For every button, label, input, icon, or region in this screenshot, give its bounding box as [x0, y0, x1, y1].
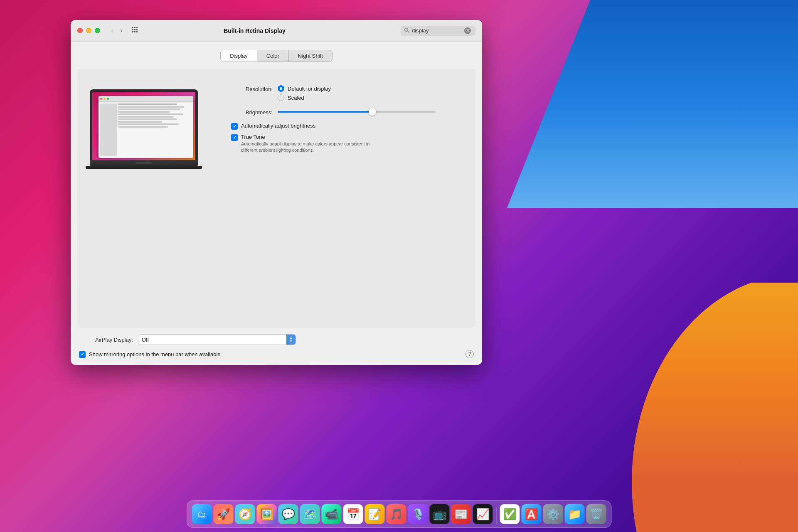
laptop-line [118, 123, 178, 125]
airplay-arrow-down: ▼ [289, 340, 293, 343]
airplay-label: AirPlay Display: [79, 337, 133, 343]
auto-brightness-label: Automatically adjust brightness [241, 123, 315, 129]
mirror-row: Show mirroring options in the menu bar w… [79, 350, 474, 358]
slider-fill [278, 111, 372, 113]
dock-icon-music[interactable]: 🎵 [387, 504, 406, 524]
dock-icon-trash[interactable]: 🗑️ [586, 504, 606, 524]
slider-thumb[interactable] [369, 108, 376, 116]
true-tone-checkbox[interactable] [231, 134, 238, 141]
laptop-line [118, 118, 177, 120]
mirror-checkbox[interactable] [79, 351, 86, 358]
svg-line-10 [408, 31, 409, 32]
laptop-line [118, 126, 168, 128]
brightness-label: Brightness: [231, 108, 273, 116]
dock-separator [496, 507, 497, 524]
laptop-line [118, 106, 184, 108]
svg-text:🗂: 🗂 [197, 509, 207, 520]
tab-color[interactable]: Color [257, 50, 289, 62]
resolution-row: Resolution: Default for display Scaled [231, 85, 463, 101]
resolution-scaled-option[interactable]: Scaled [278, 94, 331, 101]
dock-icon-launchpad[interactable]: 🚀 [214, 504, 234, 524]
minimize-button[interactable] [86, 28, 91, 33]
airplay-arrows: ▲ ▼ [286, 335, 296, 345]
true-tone-label: True Tone [241, 134, 374, 140]
laptop-dot-max [107, 98, 109, 100]
true-tone-desc: Automatically adapt display to make colo… [241, 141, 374, 154]
airplay-value: Off [142, 337, 149, 343]
laptop-line [118, 113, 183, 115]
mirror-label: Show mirroring options in the menu bar w… [89, 351, 221, 357]
help-button[interactable]: ? [466, 350, 474, 358]
dock-icon-stocks[interactable]: 📈 [473, 504, 493, 524]
dock-icon-reminders[interactable]: ✅ [500, 504, 520, 524]
dock-icon-files[interactable]: 📁 [565, 504, 585, 524]
dock: 🗂 🚀 🧭 🖼️ 💬 🗺️ 📹 📅 📝 🎵 🎙️ 📺 📰 📈 ✅ 🅰️ ⚙️ 📁… [187, 500, 612, 528]
brightness-slider[interactable] [278, 108, 436, 116]
search-box[interactable]: ✕ [401, 26, 475, 36]
laptop-base [90, 160, 198, 166]
title-bar: ‹ › Built-in Retina Display [71, 20, 482, 42]
dock-icon-news[interactable]: 📰 [451, 504, 471, 524]
content-area: Display Color Night Shift [71, 42, 482, 365]
auto-brightness-row: Automatically adjust brightness [231, 123, 463, 130]
brightness-row: Brightness: [231, 108, 463, 116]
search-clear-button[interactable]: ✕ [464, 27, 471, 34]
resolution-default-label: Default for display [288, 86, 331, 92]
true-tone-text: True Tone Automatically adapt display to… [241, 134, 374, 154]
bottom-area: AirPlay Display: Off ▲ ▼ Show mirroring … [71, 328, 482, 365]
dock-icon-photos[interactable]: 🖼️ [257, 504, 277, 524]
resolution-scaled-label: Scaled [288, 95, 304, 101]
search-icon [404, 27, 409, 34]
resolution-controls: Default for display Scaled [278, 85, 331, 101]
settings-panel: Resolution: Default for display Scaled [231, 81, 463, 158]
dock-icon-appletv[interactable]: 📺 [430, 504, 450, 524]
maximize-button[interactable] [95, 28, 100, 33]
close-button[interactable] [77, 28, 83, 33]
laptop-stand [86, 166, 202, 169]
laptop-dot-close [100, 98, 102, 100]
laptop-line [118, 116, 173, 118]
laptop-inner-main [118, 103, 192, 156]
laptop-screen [90, 89, 198, 160]
laptop-inner-content [99, 102, 193, 158]
laptop-line [118, 111, 170, 113]
laptop-line [118, 108, 180, 110]
airplay-arrow-up: ▲ [289, 336, 293, 340]
auto-brightness-checkbox[interactable] [231, 123, 238, 130]
resolution-label: Resolution: [231, 85, 273, 92]
preferences-window: ‹ › Built-in Retina Display [71, 20, 482, 365]
search-input[interactable] [412, 27, 462, 34]
resolution-default-radio[interactable] [278, 85, 284, 92]
laptop-line [118, 103, 177, 105]
tab-night-shift[interactable]: Night Shift [289, 50, 332, 62]
main-panel: Resolution: Default for display Scaled [77, 69, 475, 328]
resolution-scaled-radio[interactable] [278, 94, 284, 101]
laptop-inner-window [99, 96, 193, 158]
laptop-dot-min [103, 98, 106, 100]
laptop-line [118, 121, 162, 123]
dock-icon-calendar[interactable]: 📅 [343, 504, 363, 524]
window-title: Built-in Retina Display [108, 27, 401, 34]
dock-icon-systemprefs[interactable]: ⚙️ [543, 504, 563, 524]
laptop-illustration [90, 89, 206, 169]
dock-icon-finder[interactable]: 🗂 [192, 504, 212, 524]
dock-icon-notes[interactable]: 📝 [365, 504, 385, 524]
laptop-screen-bg [92, 92, 195, 160]
svg-point-9 [405, 28, 408, 31]
tab-display[interactable]: Display [220, 50, 257, 62]
dock-icon-facetime[interactable]: 📹 [322, 504, 342, 524]
true-tone-row: True Tone Automatically adapt display to… [231, 134, 463, 154]
dock-icon-maps[interactable]: 🗺️ [300, 504, 320, 524]
dock-icon-safari[interactable]: 🧭 [235, 504, 255, 524]
laptop-inner-titlebar [99, 96, 193, 102]
dock-icon-messages[interactable]: 💬 [278, 504, 298, 524]
dock-icon-podcasts[interactable]: 🎙️ [408, 504, 428, 524]
airplay-row: AirPlay Display: Off ▲ ▼ [79, 334, 474, 345]
tabs: Display Color Night Shift [71, 50, 482, 62]
dock-icon-appstore[interactable]: 🅰️ [522, 504, 542, 524]
laptop-image [90, 89, 198, 169]
resolution-default-option[interactable]: Default for display [278, 85, 331, 92]
traffic-lights [77, 28, 100, 33]
laptop-inner-sidebar [100, 103, 117, 156]
airplay-select[interactable]: Off ▲ ▼ [138, 334, 296, 345]
